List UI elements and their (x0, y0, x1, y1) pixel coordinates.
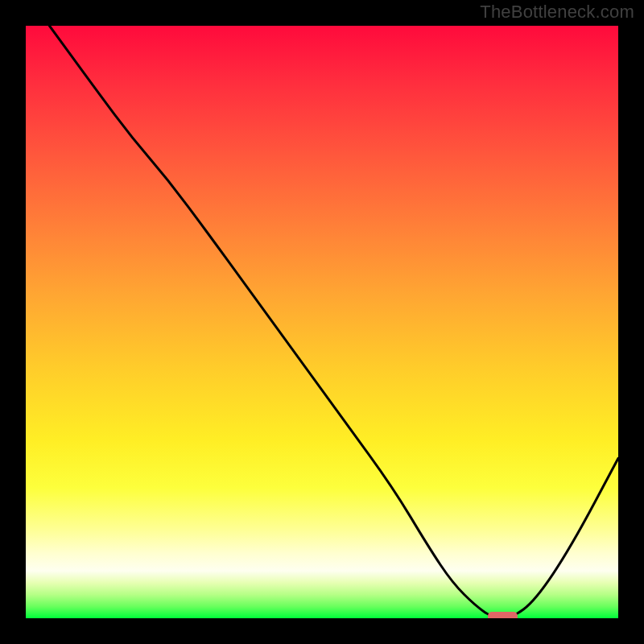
watermark-text: TheBottleneck.com (480, 2, 634, 23)
optimal-range-marker (488, 612, 518, 618)
marker-layer (26, 26, 618, 618)
plot-area (26, 26, 618, 618)
chart-frame: TheBottleneck.com (0, 0, 644, 644)
